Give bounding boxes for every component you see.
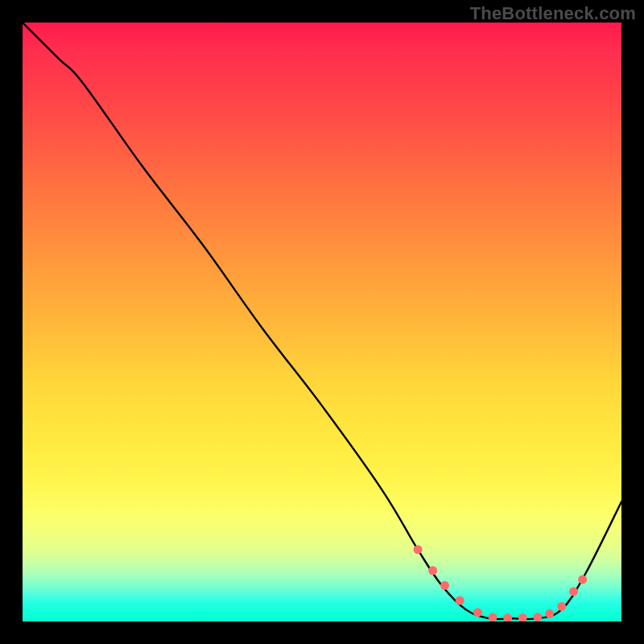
curve-svg [23,23,621,621]
bottleneck-curve [23,23,621,619]
marker-dot [440,581,449,590]
marker-dot [489,613,497,621]
marker-dot [533,613,542,621]
plot-area [23,23,621,621]
marker-dot [456,596,464,605]
marker-dot [518,613,527,621]
marker-dot [545,609,554,618]
marker-dot [569,587,578,596]
marker-dot [503,613,512,621]
marker-dot [473,608,482,617]
marker-dot [578,575,587,584]
marker-dot [428,566,437,575]
marker-dot [557,602,566,611]
watermark-text: TheBottleneck.com [470,3,636,24]
chart-frame: TheBottleneck.com [0,0,644,644]
marker-dot [414,545,423,554]
